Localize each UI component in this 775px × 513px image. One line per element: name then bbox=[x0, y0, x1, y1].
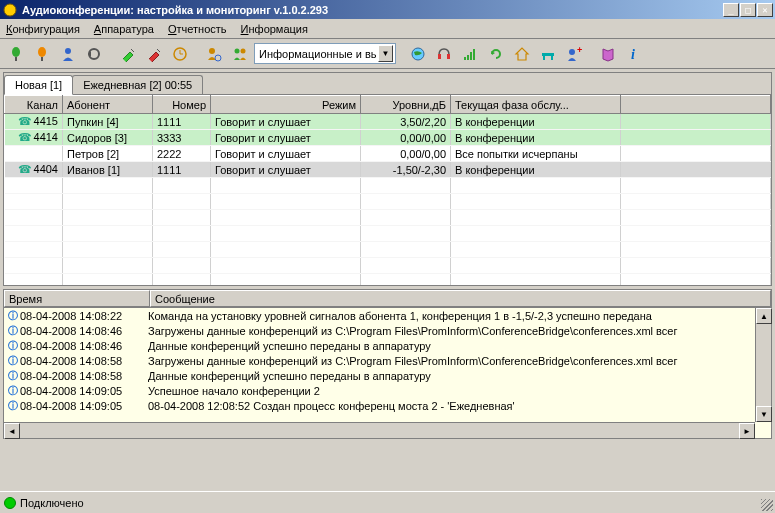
minimize-button[interactable]: _ bbox=[723, 3, 739, 17]
cell-abonent: Сидоров [3] bbox=[63, 130, 153, 146]
menu-report[interactable]: Отчетность bbox=[168, 23, 227, 35]
scroll-down-icon[interactable]: ▼ bbox=[756, 406, 772, 422]
titlebar: Аудиоконференции: настройка и мониторинг… bbox=[0, 0, 775, 19]
table-row[interactable]: Петров [2]2222Говорит и слушает0,00/0,00… bbox=[5, 146, 771, 162]
cell-number: 3333 bbox=[153, 130, 211, 146]
resize-grip-icon[interactable] bbox=[761, 499, 773, 511]
cell-levels: 0,00/0,00 bbox=[361, 130, 451, 146]
log-col-time[interactable]: Время bbox=[4, 290, 150, 307]
tool-users-icon[interactable] bbox=[228, 42, 252, 66]
tab-daily[interactable]: Ежедневная [2] 00:55 bbox=[72, 75, 203, 94]
chevron-down-icon[interactable]: ▼ bbox=[378, 45, 393, 62]
log-time: 08-04-2008 14:09:05 bbox=[20, 385, 148, 397]
col-channel[interactable]: Канал bbox=[5, 96, 63, 114]
col-spacer bbox=[621, 96, 771, 114]
log-row[interactable]: ⓘ08-04-2008 14:08:22Команда на установку… bbox=[4, 308, 771, 323]
tab-new[interactable]: Новая [1] bbox=[4, 75, 73, 95]
scroll-right-icon[interactable]: ► bbox=[739, 423, 755, 439]
log-row[interactable]: ⓘ08-04-2008 14:08:58Загружены данные кон… bbox=[4, 353, 771, 368]
table-row[interactable]: ☎4414Сидоров [3]3333Говорит и слушает0,0… bbox=[5, 130, 771, 146]
svg-point-14 bbox=[235, 48, 240, 53]
toolbar: Информационные и вь ▼ + i bbox=[0, 39, 775, 69]
tool-user-settings-icon[interactable] bbox=[202, 42, 226, 66]
tab-daily-label: Ежедневная [2] 00:55 bbox=[83, 79, 192, 91]
tabs-area: Новая [1] Ежедневная [2] 00:55 Канал Або… bbox=[3, 72, 772, 286]
cell-phase: В конференции bbox=[451, 114, 621, 130]
table-row[interactable]: ☎4404Иванов [1]1111Говорит и слушает-1,5… bbox=[5, 162, 771, 178]
tool-plug-green-icon[interactable] bbox=[116, 42, 140, 66]
menu-config[interactable]: Конфигурация bbox=[6, 23, 80, 35]
maximize-button[interactable]: □ bbox=[740, 3, 756, 17]
log-time: 08-04-2008 14:08:58 bbox=[20, 355, 148, 367]
close-button[interactable]: ✕ bbox=[757, 3, 773, 17]
svg-point-15 bbox=[241, 48, 246, 53]
cell-levels: 3,50/2,20 bbox=[361, 114, 451, 130]
col-number[interactable]: Номер bbox=[153, 96, 211, 114]
log-msg: Загружены данные конференций из C:\Progr… bbox=[148, 355, 769, 367]
log-scrollbar-horizontal[interactable]: ◄ ► bbox=[4, 422, 755, 438]
tool-mic-orange-icon[interactable] bbox=[30, 42, 54, 66]
col-mode[interactable]: Режим bbox=[211, 96, 361, 114]
menubar: Конфигурация Аппаратура Отчетность Инфор… bbox=[0, 19, 775, 39]
log-col-msg[interactable]: Сообщение bbox=[150, 290, 771, 307]
tool-info-icon[interactable]: i bbox=[622, 42, 646, 66]
tool-user-blue-icon[interactable] bbox=[56, 42, 80, 66]
svg-rect-22 bbox=[473, 49, 475, 60]
svg-rect-2 bbox=[15, 57, 17, 61]
svg-rect-20 bbox=[467, 55, 469, 60]
svg-rect-17 bbox=[438, 54, 441, 59]
cell-channel: ☎4414 bbox=[5, 130, 63, 146]
filter-combo[interactable]: Информационные и вь ▼ bbox=[254, 43, 396, 64]
tool-clock-icon[interactable] bbox=[168, 42, 192, 66]
tool-plug-red-icon[interactable] bbox=[142, 42, 166, 66]
col-levels[interactable]: Уровни,дБ bbox=[361, 96, 451, 114]
cell-mode: Говорит и слушает bbox=[211, 114, 361, 130]
tool-loop-icon[interactable] bbox=[82, 42, 106, 66]
tool-mic-green-icon[interactable] bbox=[4, 42, 28, 66]
log-row[interactable]: ⓘ08-04-2008 14:08:46Данные конференций у… bbox=[4, 338, 771, 353]
svg-rect-4 bbox=[41, 57, 43, 61]
log-time: 08-04-2008 14:08:46 bbox=[20, 340, 148, 352]
menu-hardware[interactable]: Аппаратура bbox=[94, 23, 154, 35]
tool-signal-icon[interactable] bbox=[458, 42, 482, 66]
grid: Канал Абонент Номер Режим Уровни,дБ Теку… bbox=[4, 95, 771, 285]
log-row[interactable]: ⓘ08-04-2008 14:08:46Загружены данные кон… bbox=[4, 323, 771, 338]
table-row[interactable]: ☎4415Пупкин [4]1111Говорит и слушает3,50… bbox=[5, 114, 771, 130]
tool-world-icon[interactable] bbox=[406, 42, 430, 66]
col-abonent[interactable]: Абонент bbox=[63, 96, 153, 114]
svg-rect-21 bbox=[470, 52, 472, 60]
log-msg: Данные конференций успешно переданы в ап… bbox=[148, 370, 769, 382]
cell-phase: Все попытки исчерпаны bbox=[451, 146, 621, 162]
table-row-empty bbox=[5, 242, 771, 258]
col-phase[interactable]: Текущая фаза обслу... bbox=[451, 96, 621, 114]
tool-refresh-icon[interactable] bbox=[484, 42, 508, 66]
tool-book-icon[interactable] bbox=[596, 42, 620, 66]
log-area: Время Сообщение ⓘ08-04-2008 14:08:22Кома… bbox=[3, 289, 772, 439]
tab-new-label: Новая [1] bbox=[15, 79, 62, 91]
cell-mode: Говорит и слушает bbox=[211, 146, 361, 162]
svg-text:i: i bbox=[631, 47, 635, 62]
menu-info[interactable]: Информация bbox=[241, 23, 308, 35]
log-row[interactable]: ⓘ08-04-2008 14:08:58Данные конференций у… bbox=[4, 368, 771, 383]
statusbar: Подключено bbox=[0, 491, 775, 513]
info-icon: ⓘ bbox=[6, 339, 20, 353]
log-row[interactable]: ⓘ08-04-2008 14:09:0508-04-2008 12:08:52 … bbox=[4, 398, 771, 413]
tool-home-icon[interactable] bbox=[510, 42, 534, 66]
cell-channel bbox=[5, 146, 63, 162]
log-scrollbar-vertical[interactable]: ▲ ▼ bbox=[755, 308, 771, 422]
tool-headset-icon[interactable] bbox=[432, 42, 456, 66]
cell-channel: ☎4415 bbox=[5, 114, 63, 130]
scroll-up-icon[interactable]: ▲ bbox=[756, 308, 772, 324]
table-row-empty bbox=[5, 274, 771, 286]
svg-rect-19 bbox=[464, 57, 466, 60]
cell-number: 1111 bbox=[153, 162, 211, 178]
cell-abonent: Иванов [1] bbox=[63, 162, 153, 178]
tool-bridge-icon[interactable] bbox=[536, 42, 560, 66]
tool-user-add-icon[interactable]: + bbox=[562, 42, 586, 66]
log-row[interactable]: ⓘ08-04-2008 14:09:05Успешное начало конф… bbox=[4, 383, 771, 398]
log-body: ⓘ08-04-2008 14:08:22Команда на установку… bbox=[4, 308, 771, 438]
svg-point-12 bbox=[209, 48, 215, 54]
cell-levels: -1,50/-2,30 bbox=[361, 162, 451, 178]
scroll-left-icon[interactable]: ◄ bbox=[4, 423, 20, 439]
svg-line-7 bbox=[131, 49, 134, 52]
